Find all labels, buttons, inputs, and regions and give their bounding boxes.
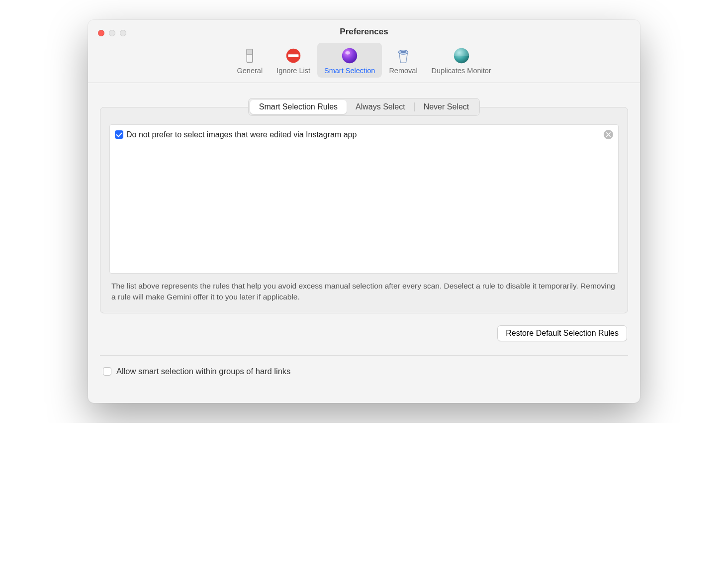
- svg-point-4: [342, 48, 357, 63]
- no-entry-icon: [283, 46, 303, 66]
- rules-help-text: The list above represents the rules that…: [109, 274, 619, 304]
- preferences-window: Preferences General Ignore List: [88, 20, 640, 403]
- tab-removal[interactable]: Removal: [382, 43, 424, 78]
- rule-row: Do not prefer to select images that were…: [115, 129, 613, 140]
- close-icon: [606, 132, 611, 137]
- rules-panel: Do not prefer to select images that were…: [100, 107, 628, 313]
- svg-rect-3: [288, 54, 299, 57]
- tab-ignore-list[interactable]: Ignore List: [270, 43, 317, 78]
- tab-label: Duplicates Monitor: [432, 67, 491, 75]
- seg-smart-selection-rules[interactable]: Smart Selection Rules: [250, 100, 347, 114]
- content-area: Smart Selection Rules Always Select Neve…: [88, 83, 640, 403]
- hardlinks-option: Allow smart selection within groups of h…: [100, 356, 628, 391]
- rule-text: Do not prefer to select images that were…: [126, 130, 601, 139]
- restore-defaults-button[interactable]: Restore Default Selection Rules: [497, 325, 627, 341]
- seg-always-select[interactable]: Always Select: [347, 100, 414, 114]
- svg-point-5: [346, 51, 351, 55]
- general-icon: [240, 46, 260, 66]
- svg-point-7: [400, 51, 406, 53]
- minimize-icon[interactable]: [109, 30, 115, 36]
- window-title: Preferences: [88, 27, 640, 40]
- tab-label: Removal: [389, 67, 417, 75]
- remove-rule-button[interactable]: [604, 130, 613, 139]
- rules-list[interactable]: Do not prefer to select images that were…: [109, 124, 619, 274]
- preferences-toolbar: General Ignore List: [88, 40, 640, 83]
- zoom-icon[interactable]: [120, 30, 126, 36]
- tab-label: General: [237, 67, 263, 75]
- close-icon[interactable]: [98, 30, 104, 36]
- seg-never-select[interactable]: Never Select: [415, 100, 478, 114]
- rule-checkbox[interactable]: [115, 130, 123, 139]
- tab-label: Ignore List: [276, 67, 310, 75]
- segmented-control: Smart Selection Rules Always Select Neve…: [248, 98, 480, 116]
- tab-general[interactable]: General: [230, 43, 270, 78]
- tab-label: Smart Selection: [324, 67, 375, 75]
- hardlinks-checkbox[interactable]: [103, 367, 111, 376]
- svg-rect-1: [247, 49, 253, 55]
- tab-duplicates-monitor[interactable]: Duplicates Monitor: [425, 43, 498, 78]
- titlebar: Preferences General Ignore List: [88, 20, 640, 83]
- window-controls: [98, 30, 126, 36]
- trash-icon: [393, 46, 413, 66]
- tab-smart-selection[interactable]: Smart Selection: [317, 43, 382, 78]
- sphere-icon: [340, 46, 360, 66]
- hardlinks-label: Allow smart selection within groups of h…: [116, 367, 290, 376]
- monitor-icon: [452, 46, 471, 66]
